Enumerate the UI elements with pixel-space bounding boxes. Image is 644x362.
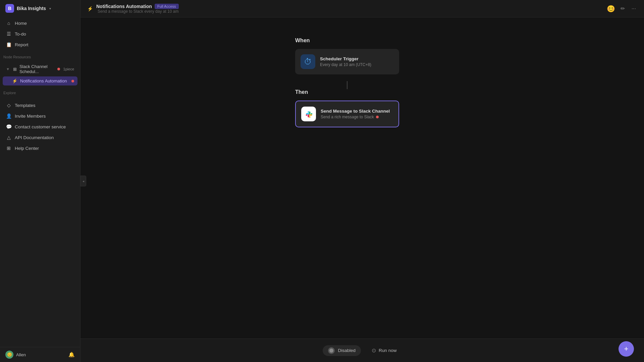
resource-group-slack: ▼ ⊞ Slack Channel Schedul... 1piece ⚡ No… <box>3 62 77 85</box>
sidebar-item-invite-label: Invite Members <box>15 114 46 119</box>
user-info[interactable]: 😊 Allen <box>5 351 26 359</box>
brand-logo: B <box>5 4 14 13</box>
more-options-button[interactable]: ··· <box>630 4 637 13</box>
avatar: 😊 <box>5 351 13 359</box>
when-section: When ⏱ Scheduler Trigger Every day at 10… <box>295 38 399 81</box>
run-icon: ⊙ <box>372 347 376 354</box>
brand-header[interactable]: B Bika Insights ▾ <box>0 0 80 17</box>
disabled-label: Disabled <box>338 348 356 353</box>
sidebar-item-home[interactable]: ⌂ Home <box>3 18 77 28</box>
plus-icon: + <box>624 345 629 353</box>
report-icon: 📋 <box>6 42 11 47</box>
toggle-circle-icon <box>328 347 335 354</box>
sidebar-item-report-label: Report <box>15 42 29 47</box>
slack-action-card[interactable]: Send Message to Slack Channel Send a ric… <box>295 101 399 127</box>
access-badge: Full Access <box>155 4 179 9</box>
notifications-automation-label: Notifications Automation <box>20 78 69 83</box>
slack-card-subtitle: Send a rich message to Slack <box>321 115 390 119</box>
scheduler-trigger-card[interactable]: ⏱ Scheduler Trigger Every day at 10 am (… <box>295 49 399 74</box>
sidebar-item-help-label: Help Center <box>15 146 39 151</box>
sidebar-footer: 😊 Allen 🔔 <box>0 347 80 362</box>
sidebar-item-report[interactable]: 📋 Report <box>3 40 77 50</box>
add-fab-button[interactable]: + <box>619 341 634 357</box>
sidebar-item-templates-label: Templates <box>15 103 36 108</box>
topbar-title-group: Notifications Automation Full Access Sen… <box>96 4 179 14</box>
disabled-toggle[interactable]: Disabled <box>323 345 361 356</box>
connector-line <box>347 81 347 89</box>
automation-icon: ⚡ <box>87 6 93 11</box>
resource-group-slack-name: Slack Channel Schedul... <box>19 64 55 74</box>
sidebar-item-contact-customer-service[interactable]: 💬 Contact customer service <box>3 122 77 132</box>
scheduler-card-text: Scheduler Trigger Every day at 10 am (UT… <box>320 56 371 67</box>
scheduler-card-title: Scheduler Trigger <box>320 56 371 61</box>
sidebar-item-todo[interactable]: ☰ To-do <box>3 29 77 39</box>
user-emoji-avatar[interactable]: 😊 <box>607 5 615 13</box>
edit-button[interactable]: ✏ <box>619 4 626 13</box>
sidebar: B Bika Insights ▾ ⌂ Home ☰ To-do 📋 Repor… <box>0 0 80 362</box>
brand-chevron-icon: ▾ <box>49 7 51 10</box>
brand-name: Bika Insights <box>17 6 46 11</box>
error-badge-icon <box>57 68 60 70</box>
scheduler-icon: ⏱ <box>301 54 315 69</box>
invite-icon: 👤 <box>6 113 11 119</box>
todo-icon: ☰ <box>6 31 11 37</box>
sidebar-item-home-label: Home <box>15 21 27 26</box>
then-label: Then <box>295 89 399 95</box>
home-icon: ⌂ <box>6 20 11 26</box>
automation-error-badge-icon <box>71 80 74 82</box>
slack-card-title: Send Message to Slack Channel <box>321 109 390 114</box>
help-icon: ⊞ <box>6 145 11 151</box>
lightning-icon: ⚡ <box>12 78 17 83</box>
when-label: When <box>295 38 399 44</box>
topbar-right: 😊 ✏ ··· <box>607 4 637 13</box>
user-name: Allen <box>16 352 26 357</box>
chevron-down-icon: ▼ <box>6 67 10 71</box>
sidebar-item-api-label: API Documentation <box>15 135 54 140</box>
resource-group-slack-header[interactable]: ▼ ⊞ Slack Channel Schedul... 1piece <box>3 62 77 76</box>
bottom-toolbar: Disabled ⊙ Run now + <box>80 339 644 362</box>
resource-group-count: 1piece <box>63 67 74 71</box>
sidebar-item-todo-label: To-do <box>15 32 26 37</box>
slack-card-text: Send Message to Slack Channel Send a ric… <box>321 109 390 119</box>
run-now-label: Run now <box>379 348 396 353</box>
sidebar-item-notifications-automation[interactable]: ⚡ Notifications Automation <box>3 76 77 85</box>
action-error-icon <box>376 116 379 118</box>
clock-icon: ⏱ <box>304 57 312 66</box>
main-nav: ⌂ Home ☰ To-do 📋 Report <box>0 17 80 52</box>
topbar: ◂ ⚡ Notifications Automation Full Access… <box>80 0 644 17</box>
api-icon: △ <box>6 135 11 140</box>
explore-label: Explore <box>0 87 80 96</box>
chat-icon: 💬 <box>6 124 11 129</box>
sidebar-item-help-center[interactable]: ⊞ Help Center <box>3 143 77 153</box>
scheduler-card-subtitle: Every day at 10 am (UTC+8) <box>320 62 371 67</box>
sidebar-item-api-documentation[interactable]: △ API Documentation <box>3 132 77 142</box>
flow-container: When ⏱ Scheduler Trigger Every day at 10… <box>295 38 429 134</box>
node-resources-section: ▼ ⊞ Slack Channel Schedul... 1piece ⚡ No… <box>0 60 80 87</box>
main-content: ◂ ⚡ Notifications Automation Full Access… <box>80 0 644 362</box>
sidebar-item-templates[interactable]: ◇ Templates <box>3 100 77 110</box>
page-title: Notifications Automation <box>96 4 152 9</box>
node-resources-label: Node Resources <box>0 52 80 60</box>
templates-icon: ◇ <box>6 103 11 108</box>
sidebar-item-contact-label: Contact customer service <box>15 124 66 129</box>
grid-icon: ⊞ <box>13 67 17 72</box>
sidebar-item-invite-members[interactable]: 👤 Invite Members <box>3 111 77 121</box>
slack-icon <box>301 107 316 121</box>
bell-icon[interactable]: 🔔 <box>68 352 75 358</box>
topbar-subtitle: Send a message to Slack every day at 10 … <box>98 9 179 14</box>
canvas-area: When ⏱ Scheduler Trigger Every day at 10… <box>80 17 644 362</box>
explore-section: ◇ Templates 👤 Invite Members 💬 Contact c… <box>0 99 80 155</box>
topbar-left: ⚡ Notifications Automation Full Access S… <box>87 4 179 14</box>
then-section: Then <box>295 89 399 134</box>
run-now-button[interactable]: ⊙ Run now <box>366 345 402 356</box>
